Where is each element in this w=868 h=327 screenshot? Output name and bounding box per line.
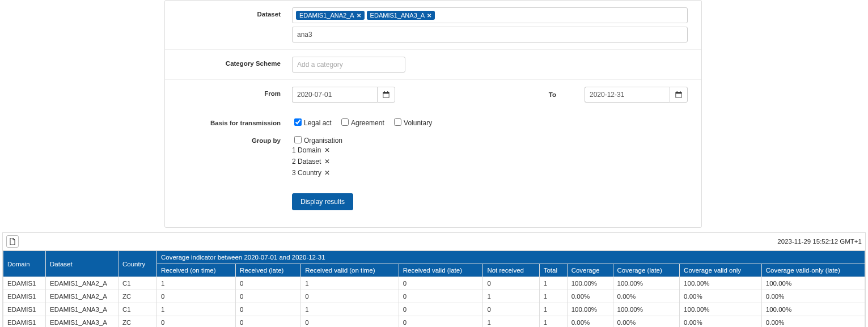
table-cell: EDAMIS1: [3, 277, 46, 290]
table-cell: 0: [483, 303, 539, 316]
table-cell: 1: [301, 277, 399, 290]
groupby-list: 1 Domain ✕2 Dataset ✕3 Country ✕: [292, 145, 688, 179]
dataset-tag: EDAMIS1_ANA3_A ✕: [367, 11, 435, 20]
table-cell: 0: [236, 303, 301, 316]
col-coverage[interactable]: Coverage: [567, 264, 613, 277]
col-not-received[interactable]: Not received: [483, 264, 539, 277]
to-date-input[interactable]: [585, 87, 670, 103]
table-cell: 100.00%: [761, 277, 865, 290]
results-panel: 2023-11-29 15:52:12 GMT+1 Domain Dataset…: [2, 232, 866, 327]
dataset-tag: EDAMIS1_ANA2_A ✕: [296, 11, 365, 20]
dataset-tagbox[interactable]: EDAMIS1_ANA2_A ✕EDAMIS1_ANA3_A ✕: [292, 7, 688, 23]
table-cell: 100.00%: [567, 277, 613, 290]
col-country[interactable]: Country: [118, 251, 157, 277]
table-cell: ZC: [118, 290, 157, 303]
table-cell: EDAMIS1_ANA2_A: [46, 290, 118, 303]
svg-rect-6: [677, 91, 678, 93]
table-cell: EDAMIS1: [3, 290, 46, 303]
basis-agreement-label: Agreement: [351, 119, 384, 127]
col-recv-late[interactable]: Received (late): [236, 264, 301, 277]
table-cell: EDAMIS1_ANA2_A: [46, 277, 118, 290]
from-date-input[interactable]: [292, 87, 377, 103]
table-row: EDAMIS1EDAMIS1_ANA2_AZC0000110.00%0.00%0…: [3, 290, 865, 303]
groupby-row: Group by Organisation 1 Domain ✕2 Datase…: [165, 134, 701, 185]
table-cell: 1: [539, 277, 567, 290]
table-cell: EDAMIS1_ANA3_A: [46, 303, 118, 316]
export-button[interactable]: [6, 235, 19, 248]
table-cell: ZC: [118, 316, 157, 328]
table-cell: 0: [157, 290, 236, 303]
groupby-organisation-checkbox[interactable]: [294, 136, 302, 143]
remove-groupby-icon[interactable]: ✕: [324, 146, 330, 154]
table-cell: EDAMIS1_ANA3_A: [46, 316, 118, 328]
table-cell: 100.00%: [567, 303, 613, 316]
table-cell: 0: [399, 277, 483, 290]
table-cell: EDAMIS1: [3, 303, 46, 316]
table-cell: 1: [539, 303, 567, 316]
col-recv-valid-on-time[interactable]: Received valid (on time): [301, 264, 399, 277]
table-cell: 0: [399, 303, 483, 316]
table-cell: 1: [483, 290, 539, 303]
coverage-title: Coverage indicator between 2020-07-01 an…: [157, 251, 865, 264]
dataset-search-input[interactable]: [292, 27, 688, 43]
table-cell: 0: [157, 316, 236, 328]
basis-voluntary-checkbox[interactable]: [394, 118, 401, 126]
table-cell: 0.00%: [761, 316, 865, 328]
dataset-tag-label: EDAMIS1_ANA3_A: [370, 12, 425, 19]
groupby-organisation-label: Organisation: [304, 137, 342, 145]
basis-agreement-checkbox[interactable]: [341, 118, 349, 126]
col-recv-on-time[interactable]: Received (on time): [157, 264, 236, 277]
to-date-picker-button[interactable]: [670, 87, 688, 103]
table-cell: 100.00%: [613, 277, 680, 290]
calendar-icon: [383, 91, 389, 98]
svg-rect-7: [680, 91, 680, 93]
groupby-item[interactable]: 3 Country ✕: [292, 167, 688, 179]
basis-legal-act-option[interactable]: Legal act: [292, 119, 332, 127]
groupby-organisation-option[interactable]: Organisation: [292, 137, 342, 145]
table-cell: 0: [236, 277, 301, 290]
table-cell: 0.00%: [567, 290, 613, 303]
table-cell: 0.00%: [567, 316, 613, 328]
category-input[interactable]: [292, 57, 405, 73]
remove-tag-icon[interactable]: ✕: [357, 12, 361, 19]
results-timestamp: 2023-11-29 15:52:12 GMT+1: [777, 238, 862, 245]
col-recv-valid-late[interactable]: Received valid (late): [399, 264, 483, 277]
col-coverage-valid-only[interactable]: Coverage valid only: [680, 264, 762, 277]
col-coverage-valid-only-late[interactable]: Coverage valid-only (late): [761, 264, 865, 277]
table-cell: 1: [157, 277, 236, 290]
basis-voluntary-label: Voluntary: [404, 119, 432, 127]
filter-form: Dataset EDAMIS1_ANA2_A ✕EDAMIS1_ANA3_A ✕…: [164, 0, 702, 228]
table-cell: 0: [301, 316, 399, 328]
display-results-button[interactable]: Display results: [292, 193, 353, 210]
table-cell: C1: [118, 303, 157, 316]
col-domain[interactable]: Domain: [3, 251, 46, 277]
category-label: Category Scheme: [179, 57, 292, 67]
basis-voluntary-option[interactable]: Voluntary: [392, 119, 432, 127]
remove-groupby-icon[interactable]: ✕: [324, 169, 330, 177]
table-cell: 0: [399, 290, 483, 303]
svg-rect-5: [676, 92, 681, 94]
table-cell: 1: [539, 290, 567, 303]
remove-tag-icon[interactable]: ✕: [427, 12, 431, 19]
table-cell: 1: [301, 303, 399, 316]
from-date-picker-button[interactable]: [377, 87, 395, 103]
basis-agreement-option[interactable]: Agreement: [339, 119, 384, 127]
table-cell: 0: [236, 316, 301, 328]
groupby-item[interactable]: 2 Dataset ✕: [292, 156, 688, 167]
table-row: EDAMIS1EDAMIS1_ANA3_AZC0000110.00%0.00%0…: [3, 316, 865, 328]
table-cell: 0.00%: [680, 290, 762, 303]
remove-groupby-icon[interactable]: ✕: [324, 158, 330, 165]
dataset-tag-label: EDAMIS1_ANA2_A: [299, 12, 354, 19]
col-dataset[interactable]: Dataset: [46, 251, 118, 277]
basis-row: Basis for transmission Legal act Agreeme…: [165, 109, 701, 134]
groupby-item[interactable]: 1 Domain ✕: [292, 145, 688, 156]
table-cell: 1: [157, 303, 236, 316]
groupby-label: Group by: [179, 134, 292, 144]
table-cell: EDAMIS1: [3, 316, 46, 328]
table-cell: 1: [539, 316, 567, 328]
basis-legal-act-checkbox[interactable]: [294, 118, 302, 126]
table-cell: 100.00%: [613, 303, 680, 316]
col-total[interactable]: Total: [539, 264, 567, 277]
col-coverage-late[interactable]: Coverage (late): [613, 264, 680, 277]
basis-label: Basis for transmission: [179, 116, 292, 126]
